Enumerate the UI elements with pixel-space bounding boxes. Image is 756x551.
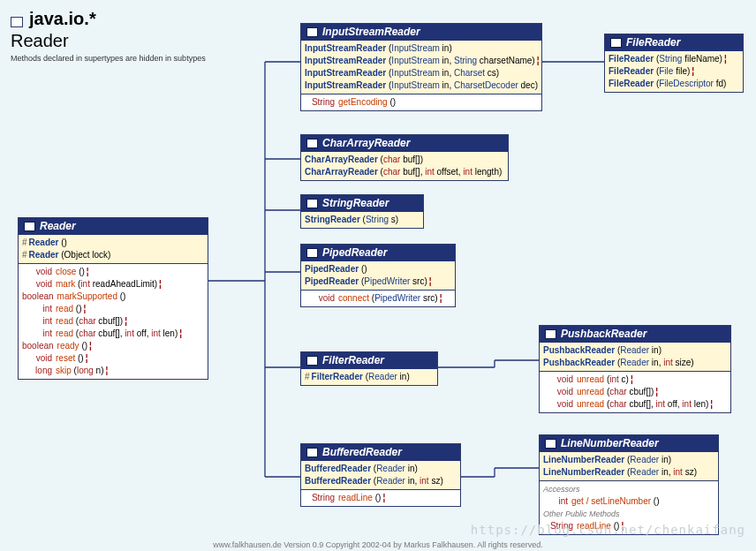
class-box-linenumberreader: LineNumberReader LineNumberReader (Reade…: [539, 434, 719, 535]
class-icon: [306, 248, 318, 258]
class-box-pipedreader: PipedReader PipedReader ()PipedReader (P…: [300, 244, 456, 307]
class-title-text: FileReader: [626, 36, 680, 49]
member-row: PipedReader (): [305, 263, 451, 276]
class-box-filereader: FileReader FileReader (String fileName)¦…: [604, 34, 744, 93]
class-title: Reader: [11, 31, 206, 51]
package-title: java.io.*: [29, 9, 96, 28]
member-row: FileReader (File file)¦: [609, 65, 739, 78]
header-note: Methods declared in supertypes are hidde…: [11, 54, 206, 63]
member-row: StringreadLine ()¦: [305, 492, 457, 504]
class-box-bufferedreader: BufferedReader BufferedReader (Reader in…: [300, 443, 461, 507]
member-row: booleanmarkSupported (): [22, 291, 204, 303]
member-row: FileReader (FileDescriptor fd): [609, 78, 739, 90]
member-row: InputStreamReader (InputStream in, Chars…: [305, 67, 538, 79]
class-title-text: InputStreamReader: [322, 26, 420, 38]
class-title-text: CharArrayReader: [322, 137, 410, 149]
member-row: LineNumberReader (Reader in): [543, 454, 714, 466]
member-row: PushbackReader (Reader in, int size): [543, 357, 727, 369]
member-row: InputStreamReader (InputStream in, Chars…: [305, 79, 538, 92]
member-row: voidmark (int readAheadLimit)¦: [22, 278, 204, 291]
member-row: InputStreamReader (InputStream in, Strin…: [305, 55, 538, 67]
class-title-text: Reader: [40, 220, 76, 232]
class-icon: [306, 448, 318, 457]
class-title-text: LineNumberReader: [561, 437, 659, 449]
class-title-text: PipedReader: [322, 246, 387, 259]
class-icon: [545, 329, 556, 339]
member-row: voidreset ()¦: [22, 352, 204, 365]
member-row: #FilterReader (Reader in): [305, 371, 434, 383]
member-row: voidunread (int c)¦: [543, 374, 727, 386]
class-box-filterreader: FilterReader #FilterReader (Reader in): [300, 351, 438, 386]
section-label: Accessors: [543, 483, 714, 495]
member-row: InputStreamReader (InputStream in): [305, 42, 538, 55]
member-row: CharArrayReader (char buf[], int offset,…: [305, 166, 504, 178]
constructors: #Reader ()#Reader (Object lock): [19, 235, 208, 263]
member-row: PipedReader (PipedWriter src)¦: [305, 276, 451, 288]
class-icon: [545, 439, 556, 449]
class-title-text: PushbackReader: [561, 328, 646, 340]
class-title-text: BufferedReader: [322, 446, 402, 458]
member-row: #Reader (): [22, 237, 204, 249]
member-row: voidunread (char cbuf[], int off, int le…: [543, 398, 727, 411]
member-row: BufferedReader (Reader in): [305, 463, 457, 475]
methods: voidclose ()¦voidmark (int readAheadLimi…: [19, 263, 208, 379]
member-row: #Reader (Object lock): [22, 249, 204, 261]
member-row: intread ()¦: [22, 303, 204, 315]
class-box-inputstreamreader: InputStreamReader InputStreamReader (Inp…: [300, 23, 542, 111]
package-icon: [11, 17, 23, 27]
class-icon: [24, 222, 35, 231]
member-row: intget / setLineNumber (): [543, 495, 714, 508]
class-header: Reader: [19, 218, 208, 235]
class-box-pushbackreader: PushbackReader PushbackReader (Reader in…: [539, 325, 731, 413]
member-row: longskip (long n)¦: [22, 365, 204, 377]
class-box-stringreader: StringReader StringReader (String s): [300, 194, 424, 229]
member-row: booleanready ()¦: [22, 340, 204, 352]
footer-text: www.falkhausen.de Version 0.9 Copyright …: [0, 540, 756, 549]
watermark: https://blog.csdn.net/chenkaifang: [471, 523, 745, 537]
class-title-text: StringReader: [322, 197, 389, 209]
member-row: voidunread (char cbuf[])¦: [543, 386, 727, 398]
class-icon: [610, 38, 622, 48]
member-row: BufferedReader (Reader in, int sz): [305, 475, 457, 487]
class-icon: [306, 356, 318, 366]
class-icon: [306, 199, 318, 208]
section-label: Other Public Methods: [543, 508, 714, 520]
member-row: intread (char cbuf[])¦: [22, 315, 204, 328]
member-row: CharArrayReader (char buf[]): [305, 154, 504, 166]
member-row: voidclose ()¦: [22, 266, 204, 278]
member-row: intread (char cbuf[], int off, int len)¦: [22, 328, 204, 340]
class-icon: [306, 139, 318, 148]
member-row: voidconnect (PipedWriter src)¦: [305, 292, 451, 305]
class-title-text: FilterReader: [322, 354, 384, 366]
member-row: StringgetEncoding (): [305, 96, 538, 109]
member-row: StringReader (String s): [305, 214, 420, 226]
diagram-header: java.io.* Reader Methods declared in sup…: [11, 9, 206, 63]
class-box-reader: Reader #Reader ()#Reader (Object lock) v…: [18, 217, 208, 380]
member-row: FileReader (String fileName)¦: [609, 53, 739, 65]
class-icon: [306, 27, 318, 37]
class-box-chararrayreader: CharArrayReader CharArrayReader (char bu…: [300, 134, 509, 181]
member-row: PushbackReader (Reader in): [543, 344, 727, 357]
member-row: LineNumberReader (Reader in, int sz): [543, 466, 714, 479]
